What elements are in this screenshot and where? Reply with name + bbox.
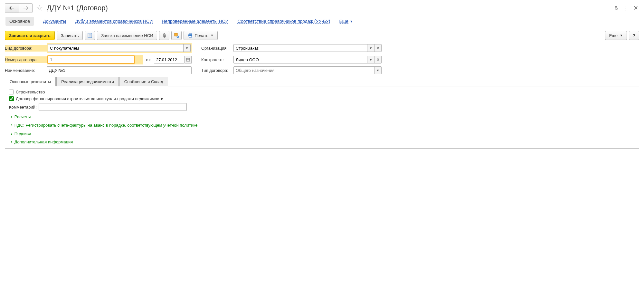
nav-back-forward	[5, 3, 33, 13]
tab-panel-main: Строительство Договор финансирования стр…	[5, 86, 639, 149]
collapsible-additional[interactable]: › Дополнительная информация	[11, 139, 635, 144]
organization-input[interactable]	[234, 44, 367, 52]
row-counterparty: Контрагент: ▼ ⧉	[201, 55, 382, 64]
svg-rect-9	[189, 36, 192, 37]
row-number: Номер договора: от:	[5, 55, 192, 64]
row-contract-kind: Вид договора: ▼	[5, 43, 192, 53]
nav-main[interactable]: Основное	[5, 17, 34, 26]
comment-input[interactable]	[39, 103, 187, 111]
name-input[interactable]	[47, 66, 192, 74]
chevron-right-icon: ›	[11, 131, 13, 136]
chevron-down-icon: ▼	[211, 34, 213, 37]
row-organization: Организация: ▼ ⧉	[201, 43, 382, 53]
nsi-request-button[interactable]: Заявка на изменение НСИ	[97, 31, 157, 40]
form-grid: Вид договора: ▼ Организация: ▼ ⧉ Номер д…	[5, 43, 639, 74]
tab-supply-warehouse[interactable]: Снабжение и Склад	[119, 77, 168, 86]
organization-combo[interactable]: ▼ ⧉	[233, 44, 382, 52]
chevron-right-icon: ›	[11, 122, 13, 128]
attachment-button[interactable]	[159, 31, 169, 40]
collapsible-signatures[interactable]: › Подписи	[11, 131, 635, 136]
header: ☆ ДДУ №1 (Договор) ⋮ ✕	[5, 3, 639, 13]
calendar-icon[interactable]	[185, 56, 192, 63]
open-icon[interactable]: ⧉	[374, 44, 381, 52]
chevron-right-icon: ›	[11, 114, 13, 119]
nav-documents[interactable]: Документы	[43, 19, 66, 24]
svg-rect-10	[186, 58, 190, 61]
report-icon-button[interactable]	[85, 31, 95, 40]
printer-icon	[188, 33, 193, 38]
svg-rect-7	[189, 34, 192, 34]
contract-type-label: Тип договора:	[201, 68, 233, 73]
comment-row: Комментарий:	[9, 103, 635, 111]
paperclip-icon	[162, 33, 166, 38]
contract-type-combo[interactable]: ▼	[233, 66, 382, 74]
kebab-menu-icon[interactable]: ⋮	[622, 5, 630, 12]
box-plus-icon	[174, 33, 179, 38]
structure-button[interactable]	[171, 31, 182, 40]
list-icon	[88, 33, 92, 38]
financing-checkbox[interactable]	[9, 96, 14, 101]
chevron-down-icon: ▼	[620, 34, 623, 37]
back-button[interactable]	[5, 4, 19, 13]
row-contract-type: Тип договора: ▼	[201, 66, 382, 74]
nav-sales-mapping[interactable]: Соответствие справочников продаж (УУ-БУ)	[238, 19, 330, 24]
number-input[interactable]	[48, 56, 135, 63]
comment-label: Комментарий:	[9, 105, 37, 110]
arrow-left-icon	[9, 6, 14, 10]
nav-duplicates[interactable]: Дубли элементов справочников НСИ	[75, 19, 153, 24]
contract-kind-input[interactable]	[48, 44, 183, 52]
collapsible-vat[interactable]: › НДС: Регистрировать счета-фактуры на а…	[11, 122, 635, 128]
financing-row: Договор финансирования строительства или…	[9, 96, 635, 101]
toolbar: Записать и закрыть Записать Заявка на из…	[5, 31, 639, 40]
save-close-button[interactable]: Записать и закрыть	[5, 31, 55, 40]
tab-realestate[interactable]: Реализация недвижимости	[56, 77, 119, 86]
collapsible-calculations[interactable]: › Расчеты	[11, 114, 635, 119]
link-icon[interactable]	[613, 5, 620, 12]
close-icon[interactable]: ✕	[632, 5, 639, 12]
number-label: Номер договора:	[5, 56, 47, 63]
chevron-right-icon: ›	[11, 139, 13, 144]
save-button[interactable]: Записать	[57, 31, 83, 40]
dropdown-icon[interactable]: ▼	[374, 67, 381, 74]
favorite-star-icon[interactable]: ☆	[35, 4, 44, 13]
contract-type-input[interactable]	[234, 67, 374, 74]
nav-more[interactable]: Еще ▼	[339, 19, 353, 24]
construction-checkbox[interactable]	[9, 90, 14, 94]
row-name: Наименование:	[5, 66, 192, 74]
contract-kind-combo[interactable]: ▼	[48, 44, 191, 52]
nav-unverified[interactable]: Непроверенные элементы НСИ	[162, 19, 228, 24]
dropdown-icon[interactable]: ▼	[183, 44, 190, 52]
help-button[interactable]: ?	[629, 31, 639, 40]
dropdown-icon[interactable]: ▼	[367, 56, 374, 63]
financing-label: Договор финансирования строительства или…	[16, 96, 163, 101]
forward-button	[19, 4, 32, 13]
page-title: ДДУ №1 (Договор)	[47, 4, 108, 12]
dropdown-icon[interactable]: ▼	[367, 44, 374, 52]
counterparty-input[interactable]	[234, 56, 367, 63]
construction-label: Строительство	[16, 90, 45, 94]
section-nav: Основное Документы Дубли элементов справ…	[5, 17, 639, 26]
arrow-right-icon	[23, 6, 28, 10]
tab-main-details[interactable]: Основные реквизиты	[5, 77, 56, 86]
from-label: от:	[146, 57, 151, 62]
name-label: Наименование:	[5, 68, 47, 73]
counterparty-label: Контрагент:	[201, 57, 233, 62]
contract-kind-label: Вид договора:	[5, 45, 47, 52]
more-button[interactable]: Еще ▼	[605, 31, 627, 40]
open-icon[interactable]: ⧉	[374, 56, 381, 63]
counterparty-combo[interactable]: ▼ ⧉	[233, 56, 382, 63]
organization-label: Организация:	[201, 46, 233, 51]
tabs: Основные реквизиты Реализация недвижимос…	[5, 77, 639, 86]
construction-row: Строительство	[9, 90, 635, 94]
print-button[interactable]: Печать ▼	[184, 31, 218, 40]
date-input[interactable]	[154, 56, 185, 63]
svg-rect-5	[175, 33, 177, 36]
